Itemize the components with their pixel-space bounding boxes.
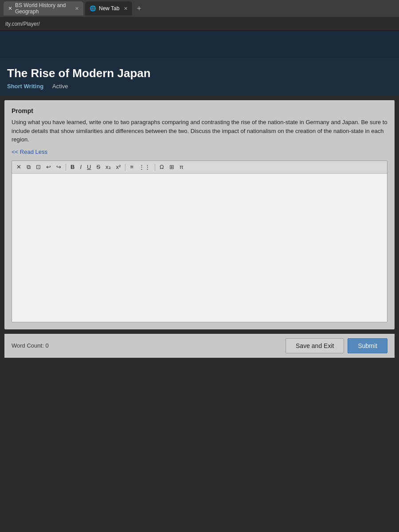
save-exit-button[interactable]: Save and Exit bbox=[286, 338, 344, 353]
toolbar-underline-button[interactable]: U bbox=[85, 163, 93, 171]
editor-container: ✕ ⧉ ⊡ ↩ ↪ B I U S x₂ x² ≡ ⋮⋮ Ω ⊞ π bbox=[12, 160, 387, 322]
toolbar-superscript-button[interactable]: x² bbox=[114, 163, 123, 171]
title-section: The Rise of Modern Japan Short Writing A… bbox=[0, 58, 399, 96]
toolbar-strikethrough-button[interactable]: S bbox=[94, 163, 102, 171]
nav-bar bbox=[0, 31, 399, 58]
editor-toolbar: ✕ ⧉ ⊡ ↩ ↪ B I U S x₂ x² ≡ ⋮⋮ Ω ⊞ π bbox=[12, 161, 387, 174]
editor-body[interactable] bbox=[12, 174, 387, 322]
prompt-label: Prompt bbox=[12, 107, 387, 114]
toolbar-table-button[interactable]: ⊞ bbox=[168, 163, 176, 171]
browser-chrome: ✕ BS World History and Geograph ✕ 🌐 New … bbox=[0, 0, 399, 17]
toolbar-redo-button[interactable]: ↪ bbox=[55, 163, 63, 171]
toolbar-subscript-button[interactable]: x₂ bbox=[104, 163, 113, 171]
editor-textarea[interactable] bbox=[16, 178, 383, 316]
toolbar-italic-button[interactable]: I bbox=[78, 163, 83, 171]
assignment-status: Active bbox=[52, 83, 68, 90]
word-count-label: Word Count: bbox=[12, 342, 44, 349]
toolbar-sep-2 bbox=[125, 164, 125, 171]
prompt-text: Using what you have learned, write one t… bbox=[12, 118, 387, 144]
tab-label-1: BS World History and Geograph bbox=[15, 2, 70, 15]
page-title: The Rise of Modern Japan bbox=[7, 66, 392, 80]
tab-label-2: New Tab bbox=[99, 5, 119, 12]
toolbar-pi-button[interactable]: π bbox=[178, 163, 185, 171]
toolbar-sep-1 bbox=[66, 164, 66, 171]
assignment-type-label: Short Writing bbox=[7, 83, 43, 90]
toolbar-undo-button[interactable]: ↩ bbox=[44, 163, 53, 171]
action-buttons: Save and Exit Submit bbox=[286, 338, 387, 353]
toolbar-cut-button[interactable]: ✕ bbox=[15, 163, 23, 171]
tab-close-1[interactable]: ✕ bbox=[75, 6, 79, 12]
toolbar-bold-button[interactable]: B bbox=[69, 163, 76, 171]
tab-bs-world-history[interactable]: ✕ BS World History and Geograph ✕ bbox=[4, 1, 83, 16]
content-card: Prompt Using what you have learned, writ… bbox=[4, 100, 395, 329]
toolbar-copy-button[interactable]: ⧉ bbox=[25, 163, 32, 172]
word-count-display: Word Count: 0 bbox=[12, 342, 49, 349]
submit-button[interactable]: Submit bbox=[348, 338, 387, 353]
meta-row: Short Writing Active bbox=[7, 83, 392, 90]
address-bar: ity.com/Player/ bbox=[0, 17, 399, 31]
toolbar-list-unordered-button[interactable]: ≡ bbox=[128, 163, 135, 171]
toolbar-paste-button[interactable]: ⊡ bbox=[34, 163, 43, 171]
tab-icon-2: 🌐 bbox=[90, 5, 96, 12]
tab-close-2[interactable]: ✕ bbox=[124, 6, 128, 12]
toolbar-omega-button[interactable]: Ω bbox=[158, 163, 166, 171]
tab-new[interactable]: 🌐 New Tab ✕ bbox=[85, 1, 132, 16]
read-less-link[interactable]: << Read Less bbox=[12, 149, 47, 155]
toolbar-sep-3 bbox=[155, 164, 155, 171]
bottom-bar: Word Count: 0 Save and Exit Submit bbox=[4, 334, 395, 358]
address-text: ity.com/Player/ bbox=[5, 21, 40, 27]
word-count-value: 0 bbox=[45, 342, 48, 349]
tab-icon-1: ✕ bbox=[8, 5, 12, 12]
page-background: The Rise of Modern Japan Short Writing A… bbox=[0, 58, 399, 532]
new-tab-button[interactable]: + bbox=[134, 4, 144, 13]
toolbar-list-ordered-button[interactable]: ⋮⋮ bbox=[137, 163, 152, 171]
